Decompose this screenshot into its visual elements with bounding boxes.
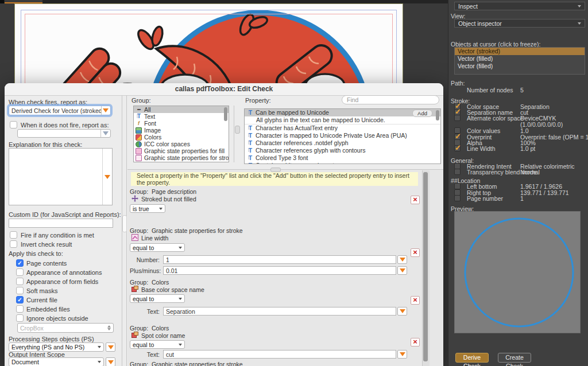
group-item-text[interactable]: lTText xyxy=(134,113,229,120)
stroke-checkbox[interactable] xyxy=(454,145,461,151)
field-label: Number: xyxy=(130,256,160,263)
field-label: Plus/minus: xyxy=(130,267,160,274)
view-value: Object inspector xyxy=(458,20,502,27)
property-item[interactable]: lTContains white space characters xyxy=(245,162,440,164)
ps-select[interactable]: Everything (PS and No PS) xyxy=(9,342,104,352)
ois-dropdown-button[interactable] xyxy=(106,357,115,366)
select-caret-icon xyxy=(98,346,101,348)
custom-id-label: Custom ID (for JavaScript and Reports): xyxy=(9,211,121,218)
fire-any-label: Fire if any condition is met xyxy=(21,232,94,239)
condition-operator-select[interactable]: equal to xyxy=(130,340,185,349)
field-dropdown-button[interactable] xyxy=(397,307,407,316)
text-property-icon: lT xyxy=(247,110,253,116)
location-checkbox[interactable] xyxy=(454,195,461,201)
condition-group-label: Group: Colors xyxy=(130,279,169,286)
screen: callas pdfToolbox: Edit Check When check… xyxy=(0,0,588,366)
select-caret-icon xyxy=(98,361,101,363)
group-list-scrollbar[interactable] xyxy=(224,107,227,121)
apply-form-fields-checkbox[interactable] xyxy=(16,278,24,285)
delete-condition-button[interactable] xyxy=(411,196,420,204)
object-item[interactable]: Vector (filled) xyxy=(455,63,585,70)
stroke-row-label: Line Width xyxy=(467,145,496,152)
text-property-icon: lT xyxy=(247,147,253,154)
cropbox-select[interactable]: CropBox xyxy=(17,323,114,333)
apply-current-file-checkbox[interactable] xyxy=(16,296,24,303)
list-splitter-handle[interactable] xyxy=(235,126,240,134)
property-item[interactable]: lTColored Type 3 font xyxy=(245,154,440,162)
location-checkbox[interactable] xyxy=(454,183,461,189)
property-item[interactable]: lTCharacter has ActualText entry xyxy=(245,124,440,132)
ignore-outside-checkbox[interactable] xyxy=(16,314,24,322)
left-scroll-thumb[interactable] xyxy=(122,215,127,232)
fires-combobox[interactable]: Derived Check for Vector (stroked) xyxy=(9,106,111,115)
find-input[interactable]: Find xyxy=(342,95,439,104)
not-fire-checkbox[interactable] xyxy=(10,121,17,129)
colors-icon xyxy=(136,134,142,141)
icc-icon xyxy=(136,141,142,147)
text-property-icon: lT xyxy=(247,140,253,146)
property-item-selected[interactable]: lT Can be mapped to Unicode Add xyxy=(245,109,440,116)
number-field[interactable]: 1 xyxy=(163,255,396,264)
custom-id-input[interactable] xyxy=(9,219,113,228)
conditions-splitter-handle[interactable] xyxy=(270,168,281,172)
group-item-font[interactable]: fFont xyxy=(134,120,229,127)
view-select[interactable]: Object inspector xyxy=(454,19,585,28)
objects-list: Vector (stroked) Vector (filled) Vector … xyxy=(454,47,585,75)
delete-condition-button[interactable] xyxy=(411,296,420,305)
font-icon: f xyxy=(136,120,142,127)
condition-operator-select[interactable]: equal to xyxy=(130,243,185,252)
field-dropdown-button[interactable] xyxy=(397,266,407,275)
list-splitter[interactable] xyxy=(234,106,234,162)
general-checkbox[interactable] xyxy=(454,169,461,175)
text-field[interactable]: cut xyxy=(163,350,396,359)
object-item[interactable]: Vector (filled) xyxy=(455,55,585,63)
apply-page-contents-checkbox[interactable] xyxy=(16,259,24,267)
not-fire-combobox[interactable] xyxy=(17,129,111,138)
explanation-textarea[interactable] xyxy=(9,148,113,205)
property-item[interactable]: lTCharacter is mapped to Unicode Private… xyxy=(245,132,440,139)
text-property-icon: lT xyxy=(247,155,253,161)
condition-operator-select[interactable]: equal to xyxy=(130,294,185,303)
stroke-row-value: 1.0 pt xyxy=(520,145,535,152)
field-label: Text: xyxy=(130,351,160,358)
inspect-mode-select[interactable]: Inspect xyxy=(454,2,585,10)
group-item-image[interactable]: Image xyxy=(134,127,229,134)
derive-check-button[interactable]: Derive Check xyxy=(455,353,489,363)
apply-annotations-checkbox[interactable] xyxy=(16,268,24,276)
text-field[interactable]: Separation xyxy=(163,307,396,316)
field-dropdown-button[interactable] xyxy=(397,350,407,359)
create-check-button[interactable]: Create Check xyxy=(498,353,531,363)
field-dropdown-button[interactable] xyxy=(397,255,407,264)
delete-condition-button[interactable] xyxy=(411,338,420,346)
plus-minus-field[interactable]: 0.01 xyxy=(163,266,396,275)
group-item-gstate-fill[interactable]: Graphic state properties for fill xyxy=(134,147,229,154)
inspect-mode-value: Inspect xyxy=(458,3,478,10)
property-item[interactable]: lTCharacter references glyph with contou… xyxy=(245,147,440,154)
select-caret-icon xyxy=(179,247,182,249)
group-item-gstate-stroke[interactable]: Graphic state properties for stroke xyxy=(134,154,229,161)
apply-embedded-files-checkbox[interactable] xyxy=(16,305,24,313)
fire-any-checkbox[interactable] xyxy=(10,231,17,239)
apply-option-label: Embedded files xyxy=(26,306,70,313)
property-list-scrollbar[interactable] xyxy=(436,110,439,120)
stroke-checkbox[interactable] xyxy=(454,115,461,121)
text-property-icon: lT xyxy=(247,125,253,131)
ois-select[interactable]: Document xyxy=(9,357,104,366)
delete-condition-button[interactable] xyxy=(411,248,420,257)
dropdown-arrow-icon[interactable] xyxy=(105,175,110,179)
group-item-colors[interactable]: Colors xyxy=(134,134,229,141)
group-item-all[interactable]: •••All xyxy=(134,106,229,113)
object-item[interactable]: Vector (stroked) xyxy=(455,48,585,55)
select-caret-icon xyxy=(159,208,163,210)
ps-dropdown-button[interactable] xyxy=(106,342,115,352)
invert-checkbox[interactable] xyxy=(10,240,17,248)
apply-soft-masks-checkbox[interactable] xyxy=(16,287,24,294)
select-caret-icon xyxy=(179,344,182,346)
condition-operator-select[interactable]: is true xyxy=(130,204,165,213)
stepper-icon[interactable] xyxy=(107,325,111,330)
property-item[interactable]: lTCharacter references .notdef glyph xyxy=(245,139,440,147)
dropdown-arrow-icon[interactable] xyxy=(103,108,109,112)
conditions-scrollbar-thumb[interactable] xyxy=(423,172,428,361)
all-icon: ••• xyxy=(136,107,142,113)
group-item-icc[interactable]: ICC color spaces xyxy=(134,141,229,147)
